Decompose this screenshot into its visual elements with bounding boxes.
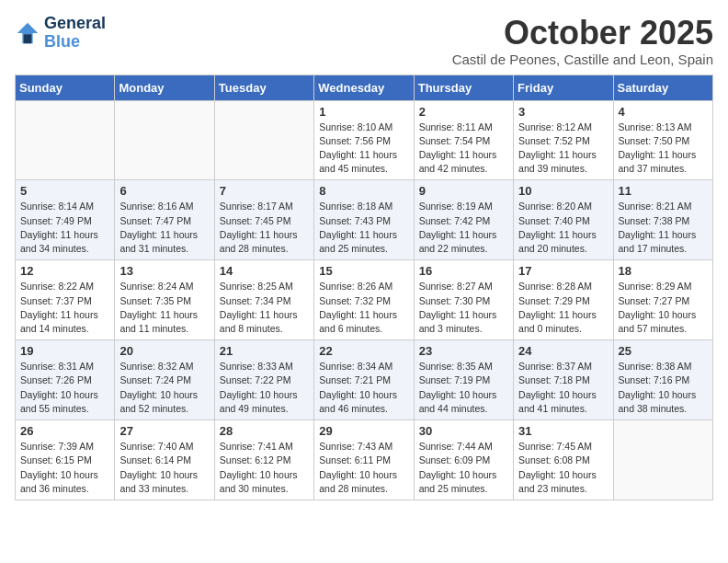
weekday-header-cell: Friday [514,75,613,100]
calendar-week-row: 1Sunrise: 8:10 AM Sunset: 7:56 PM Daylig… [16,100,713,180]
calendar-day-cell: 29Sunrise: 7:43 AM Sunset: 6:11 PM Dayli… [314,420,414,500]
day-number: 13 [119,264,209,278]
day-info: Sunrise: 8:38 AM Sunset: 7:16 PM Dayligh… [619,360,708,416]
day-number: 14 [220,264,309,278]
day-info: Sunrise: 8:32 AM Sunset: 7:24 PM Dayligh… [119,360,209,416]
calendar-day-cell: 12Sunrise: 8:22 AM Sunset: 7:37 PM Dayli… [16,260,115,340]
day-number: 19 [20,344,109,358]
day-info: Sunrise: 8:11 AM Sunset: 7:54 PM Dayligh… [419,121,508,177]
day-number: 20 [119,344,209,358]
day-info: Sunrise: 8:19 AM Sunset: 7:42 PM Dayligh… [419,200,508,256]
logo-icon [15,20,40,46]
calendar-table: SundayMondayTuesdayWednesdayThursdayFrid… [15,75,713,500]
day-info: Sunrise: 8:14 AM Sunset: 7:49 PM Dayligh… [20,200,109,256]
day-number: 24 [518,344,608,358]
calendar-day-cell: 8Sunrise: 8:18 AM Sunset: 7:43 PM Daylig… [314,180,414,260]
calendar-day-cell [16,100,115,180]
day-number: 17 [518,264,608,278]
calendar-day-cell [613,420,712,500]
day-info: Sunrise: 7:41 AM Sunset: 6:12 PM Dayligh… [220,440,309,496]
weekday-header-cell: Thursday [414,75,513,100]
day-number: 11 [619,184,708,198]
calendar-day-cell: 21Sunrise: 8:33 AM Sunset: 7:22 PM Dayli… [214,340,313,420]
day-number: 21 [220,344,309,358]
calendar-week-row: 26Sunrise: 7:39 AM Sunset: 6:15 PM Dayli… [16,420,713,500]
day-number: 10 [518,184,608,198]
calendar-day-cell: 1Sunrise: 8:10 AM Sunset: 7:56 PM Daylig… [314,100,414,180]
day-info: Sunrise: 8:25 AM Sunset: 7:34 PM Dayligh… [220,280,309,336]
calendar-day-cell: 31Sunrise: 7:45 AM Sunset: 6:08 PM Dayli… [514,420,613,500]
day-info: Sunrise: 8:31 AM Sunset: 7:26 PM Dayligh… [20,360,109,416]
calendar-day-cell: 3Sunrise: 8:12 AM Sunset: 7:52 PM Daylig… [514,100,613,180]
calendar-day-cell: 26Sunrise: 7:39 AM Sunset: 6:15 PM Dayli… [16,420,115,500]
calendar-day-cell: 9Sunrise: 8:19 AM Sunset: 7:42 PM Daylig… [414,180,513,260]
day-number: 7 [220,184,309,198]
day-number: 28 [220,424,309,438]
day-info: Sunrise: 8:22 AM Sunset: 7:37 PM Dayligh… [20,280,109,336]
day-info: Sunrise: 8:13 AM Sunset: 7:50 PM Dayligh… [619,121,708,177]
day-info: Sunrise: 8:34 AM Sunset: 7:21 PM Dayligh… [319,360,408,416]
calendar-day-cell: 4Sunrise: 8:13 AM Sunset: 7:50 PM Daylig… [613,100,712,180]
page-header: General Blue October 2025 Castil de Peon… [15,15,713,67]
day-info: Sunrise: 7:39 AM Sunset: 6:15 PM Dayligh… [20,440,109,496]
calendar-day-cell: 25Sunrise: 8:38 AM Sunset: 7:16 PM Dayli… [613,340,712,420]
weekday-header-cell: Tuesday [214,75,313,100]
calendar-day-cell: 10Sunrise: 8:20 AM Sunset: 7:40 PM Dayli… [514,180,613,260]
day-info: Sunrise: 8:35 AM Sunset: 7:19 PM Dayligh… [419,360,508,416]
weekday-header-cell: Saturday [613,75,712,100]
day-number: 29 [319,424,408,438]
day-info: Sunrise: 7:45 AM Sunset: 6:08 PM Dayligh… [518,440,608,496]
day-number: 26 [20,424,109,438]
day-info: Sunrise: 8:18 AM Sunset: 7:43 PM Dayligh… [319,200,408,256]
day-number: 3 [518,105,608,119]
calendar-day-cell: 22Sunrise: 8:34 AM Sunset: 7:21 PM Dayli… [314,340,414,420]
calendar-day-cell: 14Sunrise: 8:25 AM Sunset: 7:34 PM Dayli… [214,260,313,340]
calendar-week-row: 19Sunrise: 8:31 AM Sunset: 7:26 PM Dayli… [16,340,713,420]
calendar-day-cell: 2Sunrise: 8:11 AM Sunset: 7:54 PM Daylig… [414,100,513,180]
day-number: 1 [319,105,408,119]
day-number: 22 [319,344,408,358]
day-number: 31 [518,424,608,438]
day-number: 5 [20,184,109,198]
location-title: Castil de Peones, Castille and Leon, Spa… [452,52,713,67]
day-info: Sunrise: 7:43 AM Sunset: 6:11 PM Dayligh… [319,440,408,496]
svg-rect-1 [24,34,31,43]
day-info: Sunrise: 8:33 AM Sunset: 7:22 PM Dayligh… [220,360,309,416]
day-number: 16 [419,264,508,278]
day-info: Sunrise: 8:24 AM Sunset: 7:35 PM Dayligh… [119,280,209,336]
weekday-header-cell: Monday [115,75,214,100]
calendar-week-row: 5Sunrise: 8:14 AM Sunset: 7:49 PM Daylig… [16,180,713,260]
calendar-week-row: 12Sunrise: 8:22 AM Sunset: 7:37 PM Dayli… [16,260,713,340]
calendar-day-cell: 6Sunrise: 8:16 AM Sunset: 7:47 PM Daylig… [115,180,214,260]
calendar-day-cell: 28Sunrise: 7:41 AM Sunset: 6:12 PM Dayli… [214,420,313,500]
day-number: 4 [619,105,708,119]
month-title: October 2025 [452,15,713,52]
calendar-day-cell [115,100,214,180]
day-info: Sunrise: 8:20 AM Sunset: 7:40 PM Dayligh… [518,200,608,256]
day-number: 23 [419,344,508,358]
day-info: Sunrise: 8:37 AM Sunset: 7:18 PM Dayligh… [518,360,608,416]
day-info: Sunrise: 7:40 AM Sunset: 6:14 PM Dayligh… [119,440,209,496]
day-number: 27 [119,424,209,438]
calendar-day-cell: 15Sunrise: 8:26 AM Sunset: 7:32 PM Dayli… [314,260,414,340]
day-info: Sunrise: 8:16 AM Sunset: 7:47 PM Dayligh… [119,200,209,256]
calendar-day-cell [214,100,313,180]
day-number: 18 [619,264,708,278]
day-number: 30 [419,424,508,438]
calendar-day-cell: 7Sunrise: 8:17 AM Sunset: 7:45 PM Daylig… [214,180,313,260]
day-number: 12 [20,264,109,278]
calendar-day-cell: 27Sunrise: 7:40 AM Sunset: 6:14 PM Dayli… [115,420,214,500]
calendar-day-cell: 18Sunrise: 8:29 AM Sunset: 7:27 PM Dayli… [613,260,712,340]
day-info: Sunrise: 8:17 AM Sunset: 7:45 PM Dayligh… [220,200,309,256]
weekday-header-row: SundayMondayTuesdayWednesdayThursdayFrid… [16,75,713,100]
calendar-day-cell: 19Sunrise: 8:31 AM Sunset: 7:26 PM Dayli… [16,340,115,420]
day-number: 9 [419,184,508,198]
logo-text: General Blue [44,15,106,52]
day-info: Sunrise: 8:26 AM Sunset: 7:32 PM Dayligh… [319,280,408,336]
calendar-day-cell: 20Sunrise: 8:32 AM Sunset: 7:24 PM Dayli… [115,340,214,420]
logo: General Blue [15,15,106,52]
weekday-header-cell: Sunday [16,75,115,100]
calendar-day-cell: 17Sunrise: 8:28 AM Sunset: 7:29 PM Dayli… [514,260,613,340]
day-number: 15 [319,264,408,278]
calendar-day-cell: 5Sunrise: 8:14 AM Sunset: 7:49 PM Daylig… [16,180,115,260]
